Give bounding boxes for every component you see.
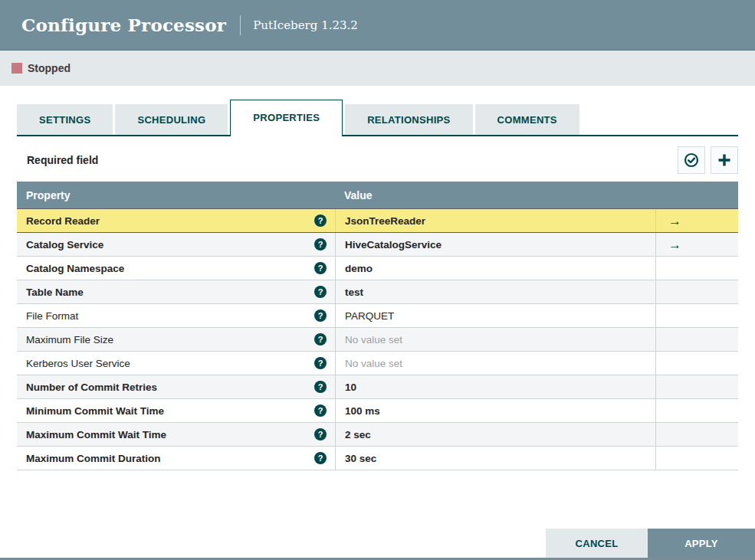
- add-property-button[interactable]: [711, 146, 738, 174]
- property-name: Minimum Commit Wait Time: [26, 405, 164, 417]
- property-cell: Minimum Commit Wait Time ?: [17, 399, 335, 422]
- tab-settings[interactable]: SETTINGS: [17, 104, 113, 135]
- value-cell[interactable]: 100 ms: [335, 399, 655, 422]
- help-icon[interactable]: ?: [314, 333, 327, 345]
- goto-cell: →: [655, 280, 738, 303]
- value-cell[interactable]: 10: [335, 375, 655, 398]
- property-value: 10: [345, 382, 356, 393]
- value-cell[interactable]: No value set: [335, 328, 655, 351]
- property-cell: Catalog Service ?: [17, 233, 335, 256]
- goto-cell: →: [655, 257, 738, 280]
- value-cell[interactable]: 30 sec: [335, 447, 655, 470]
- value-cell[interactable]: PARQUET: [335, 304, 655, 327]
- table-row[interactable]: Kerberos User Service ? No value set →: [17, 352, 738, 375]
- property-name: Kerberos User Service: [26, 358, 130, 369]
- goto-service-icon[interactable]: →: [668, 215, 681, 228]
- tab-bar: SETTINGSSCHEDULINGPROPERTIESRELATIONSHIP…: [17, 100, 738, 136]
- goto-cell: →: [655, 209, 738, 232]
- goto-cell: →: [655, 399, 738, 422]
- property-value: 2 sec: [345, 429, 371, 440]
- value-cell[interactable]: JsonTreeReader: [335, 209, 655, 232]
- property-cell: File Format ?: [17, 304, 335, 327]
- property-value: JsonTreeReader: [345, 215, 425, 227]
- tab-scheduling[interactable]: SCHEDULING: [115, 104, 228, 135]
- property-name: Record Reader: [26, 215, 100, 227]
- property-cell: Maximum Commit Wait Time ?: [17, 423, 335, 446]
- cancel-button[interactable]: CANCEL: [546, 529, 648, 558]
- table-row[interactable]: Catalog Service ? HiveCatalogService →: [17, 233, 738, 257]
- table-row[interactable]: Maximum Commit Wait Time ? 2 sec →: [17, 423, 738, 447]
- property-cell: Kerberos User Service ?: [17, 352, 335, 375]
- verify-properties-button[interactable]: [678, 146, 705, 174]
- tab-relationships[interactable]: RELATIONSHIPS: [345, 104, 472, 135]
- table-row[interactable]: Table Name ? test →: [17, 280, 738, 304]
- table-row[interactable]: Minimum Commit Wait Time ? 100 ms →: [17, 399, 738, 423]
- value-cell[interactable]: test: [335, 280, 655, 303]
- property-name: File Format: [26, 310, 78, 322]
- properties-table-header: Property Value: [17, 182, 738, 209]
- help-icon[interactable]: ?: [314, 404, 327, 417]
- goto-cell: →: [655, 328, 738, 351]
- property-name: Table Name: [26, 287, 84, 298]
- help-icon[interactable]: ?: [314, 452, 327, 464]
- property-value: PARQUET: [345, 310, 394, 322]
- dialog-content: SETTINGSSCHEDULINGPROPERTIESRELATIONSHIP…: [0, 86, 755, 470]
- value-cell[interactable]: HiveCatalogService: [335, 233, 655, 256]
- column-header-property: Property: [17, 189, 335, 201]
- plus-icon: [716, 152, 733, 169]
- property-value: No value set: [345, 358, 402, 369]
- help-icon[interactable]: ?: [314, 381, 327, 393]
- status-bar: Stopped: [0, 51, 755, 86]
- tab-properties[interactable]: PROPERTIES: [230, 100, 343, 136]
- dialog-footer: CANCEL APPLY: [546, 529, 755, 558]
- dialog-header: Configure Processor PutIceberg 1.23.2: [0, 0, 755, 51]
- value-cell[interactable]: demo: [335, 257, 655, 280]
- table-row[interactable]: Maximum Commit Duration ? 30 sec →: [17, 447, 738, 470]
- tab-comments[interactable]: COMMENTS: [475, 104, 579, 135]
- goto-service-icon[interactable]: →: [668, 238, 681, 251]
- processor-type-version: PutIceberg 1.23.2: [253, 18, 358, 32]
- status-label: Stopped: [28, 62, 71, 74]
- property-name: Catalog Namespace: [26, 263, 124, 274]
- help-icon[interactable]: ?: [314, 215, 327, 227]
- verify-properties-icon: [683, 152, 700, 169]
- configure-processor-dialog: Configure Processor PutIceberg 1.23.2 St…: [0, 0, 755, 560]
- dialog-title: Configure Processor: [21, 15, 226, 35]
- property-name: Catalog Service: [26, 239, 103, 251]
- toolbar-buttons: [678, 146, 738, 174]
- property-cell: Maximum File Size ?: [17, 328, 335, 351]
- required-field-label: Required field: [17, 154, 98, 166]
- property-cell: Number of Commit Retries ?: [17, 375, 335, 398]
- properties-table: Property Value Record Reader ? JsonTreeR…: [17, 182, 738, 470]
- table-row[interactable]: File Format ? PARQUET →: [17, 304, 738, 328]
- property-value: 100 ms: [345, 405, 380, 417]
- goto-cell: →: [655, 375, 738, 398]
- title-divider: [240, 15, 241, 35]
- help-icon[interactable]: ?: [314, 357, 327, 369]
- value-cell[interactable]: 2 sec: [335, 423, 655, 446]
- property-value: 30 sec: [345, 453, 376, 464]
- property-cell: Catalog Namespace ?: [17, 257, 335, 280]
- property-value: test: [345, 287, 363, 298]
- property-name: Maximum Commit Wait Time: [26, 429, 166, 440]
- properties-table-body: Record Reader ? JsonTreeReader → Catalog…: [17, 208, 738, 470]
- property-name: Maximum File Size: [26, 334, 113, 345]
- help-icon[interactable]: ?: [314, 286, 327, 298]
- help-icon[interactable]: ?: [314, 238, 327, 251]
- goto-cell: →: [655, 233, 738, 256]
- table-row[interactable]: Catalog Namespace ? demo →: [17, 257, 738, 280]
- value-cell[interactable]: No value set: [335, 352, 655, 375]
- help-icon[interactable]: ?: [314, 262, 327, 274]
- apply-button[interactable]: APPLY: [648, 529, 755, 558]
- table-row[interactable]: Record Reader ? JsonTreeReader →: [17, 208, 738, 233]
- help-icon[interactable]: ?: [314, 309, 327, 322]
- table-row[interactable]: Maximum File Size ? No value set →: [17, 328, 738, 352]
- property-name: Number of Commit Retries: [26, 382, 157, 393]
- stopped-status-icon: [11, 63, 22, 74]
- property-name: Maximum Commit Duration: [26, 453, 161, 464]
- column-header-value: Value: [335, 189, 655, 201]
- help-icon[interactable]: ?: [314, 428, 327, 440]
- goto-cell: →: [655, 304, 738, 327]
- property-value: demo: [345, 263, 373, 274]
- table-row[interactable]: Number of Commit Retries ? 10 →: [17, 375, 738, 399]
